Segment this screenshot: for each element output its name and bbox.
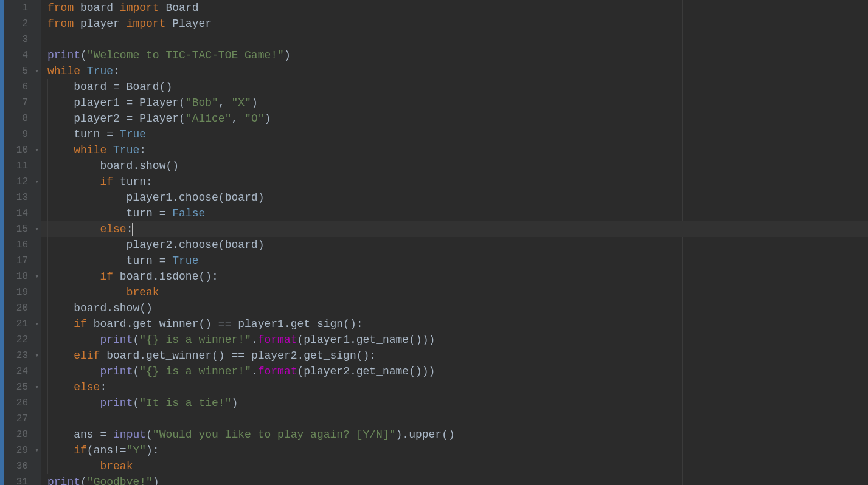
- line-number[interactable]: 30: [4, 458, 41, 474]
- indent-guide: [47, 300, 48, 316]
- line-number[interactable]: 1: [4, 0, 41, 16]
- code-token: else: [74, 381, 100, 393]
- code-token: True: [172, 255, 198, 267]
- code-line[interactable]: player2.choose(board): [41, 237, 868, 253]
- line-number[interactable]: 5: [4, 63, 41, 79]
- code-token: ,: [218, 97, 232, 109]
- line-number[interactable]: 17: [4, 253, 41, 269]
- line-number[interactable]: 27: [4, 411, 41, 427]
- line-number[interactable]: 29: [4, 442, 41, 458]
- code-token: "O": [245, 112, 264, 125]
- code-line[interactable]: while True:: [41, 142, 868, 158]
- code-line[interactable]: break: [41, 284, 868, 300]
- indent-guide: [47, 142, 48, 158]
- line-number[interactable]: 24: [4, 363, 41, 379]
- indent-guide: [47, 111, 48, 126]
- indent-guide: [47, 190, 48, 205]
- line-number[interactable]: 9: [4, 126, 41, 142]
- line-number[interactable]: 18: [4, 269, 41, 284]
- code-line[interactable]: print("It is a tie!"): [41, 395, 868, 411]
- line-number[interactable]: 6: [4, 79, 41, 95]
- code-line[interactable]: turn = False: [41, 205, 868, 221]
- line-number[interactable]: 7: [4, 95, 41, 111]
- code-line[interactable]: print("{} is a winner!".format(player1.g…: [41, 332, 868, 348]
- indent-guide: [77, 332, 77, 348]
- code-line[interactable]: player2 = Player("Alice", "O"): [41, 111, 868, 126]
- code-token: player2 = Player(: [47, 112, 186, 125]
- code-line[interactable]: if board.get_winner() == player1.get_sig…: [41, 316, 868, 332]
- code-token: board.show(): [47, 302, 153, 314]
- code-token: ans =: [47, 428, 113, 441]
- code-token: if: [100, 270, 113, 283]
- line-number[interactable]: 8: [4, 111, 41, 126]
- line-number[interactable]: 2: [4, 16, 41, 32]
- code-line[interactable]: [41, 32, 868, 47]
- code-line[interactable]: board = Board(): [41, 79, 868, 95]
- code-token: [47, 223, 100, 235]
- line-number[interactable]: 25: [4, 379, 41, 395]
- code-line[interactable]: print("Goodbye!"): [41, 474, 868, 485]
- code-token: [80, 65, 87, 77]
- line-number[interactable]: 13: [4, 190, 41, 205]
- code-token: [47, 318, 74, 330]
- code-line[interactable]: elif board.get_winner() == player2.get_s…: [41, 348, 868, 363]
- line-number[interactable]: 20: [4, 300, 41, 316]
- gutter[interactable]: 1234567891011121314151617181920212223242…: [4, 0, 41, 485]
- code-token: ): [264, 112, 271, 125]
- code-token: break: [100, 460, 133, 472]
- line-number[interactable]: 28: [4, 427, 41, 442]
- line-number[interactable]: 22: [4, 332, 41, 348]
- code-token: .: [251, 365, 258, 377]
- code-token: [47, 365, 100, 377]
- code-token: Player: [165, 18, 212, 30]
- code-token: [47, 397, 100, 409]
- code-line[interactable]: board.show(): [41, 158, 868, 174]
- line-number[interactable]: 3: [4, 32, 41, 47]
- indent-guide: [47, 427, 48, 442]
- code-token: "Bob": [186, 97, 218, 109]
- code-line[interactable]: player1 = Player("Bob", "X"): [41, 95, 868, 111]
- indent-guide: [47, 379, 48, 395]
- code-line[interactable]: print("{} is a winner!".format(player2.g…: [41, 363, 868, 379]
- code-line[interactable]: if turn:: [41, 174, 868, 190]
- indent-guide: [47, 316, 48, 332]
- code-area[interactable]: from board import Boardfrom player impor…: [41, 0, 868, 485]
- code-token: "Y": [127, 444, 146, 456]
- line-number[interactable]: 14: [4, 205, 41, 221]
- line-number[interactable]: 23: [4, 348, 41, 363]
- line-number[interactable]: 12: [4, 174, 41, 190]
- indent-guide: [77, 284, 77, 300]
- code-line[interactable]: while True:: [41, 63, 868, 79]
- code-line[interactable]: if board.isdone():: [41, 269, 868, 284]
- code-token: [47, 176, 100, 188]
- code-line[interactable]: turn = True: [41, 253, 868, 269]
- code-token: ): [284, 49, 291, 61]
- line-number[interactable]: 11: [4, 158, 41, 174]
- code-token: True: [113, 144, 139, 156]
- line-number[interactable]: 16: [4, 237, 41, 253]
- code-token: print: [47, 476, 80, 485]
- code-line[interactable]: else:: [41, 379, 868, 395]
- line-number[interactable]: 26: [4, 395, 41, 411]
- code-line[interactable]: else:: [41, 221, 868, 237]
- line-number[interactable]: 15: [4, 221, 41, 237]
- code-line[interactable]: if(ans!="Y"):: [41, 442, 868, 458]
- line-number[interactable]: 10: [4, 142, 41, 158]
- line-number[interactable]: 21: [4, 316, 41, 332]
- code-line[interactable]: player1.choose(board): [41, 190, 868, 205]
- line-number[interactable]: 19: [4, 284, 41, 300]
- code-line[interactable]: from board import Board: [41, 0, 868, 16]
- line-number[interactable]: 4: [4, 47, 41, 63]
- code-line[interactable]: ans = input("Would you like to play agai…: [41, 427, 868, 442]
- code-line[interactable]: board.show(): [41, 300, 868, 316]
- code-line[interactable]: turn = True: [41, 126, 868, 142]
- code-line[interactable]: [41, 411, 868, 427]
- code-line[interactable]: break: [41, 458, 868, 474]
- editor-container: 1234567891011121314151617181920212223242…: [4, 0, 868, 485]
- line-number[interactable]: 31: [4, 474, 41, 485]
- code-line[interactable]: print("Welcome to TIC-TAC-TOE Game!"): [41, 47, 868, 63]
- code-token: format: [258, 334, 297, 346]
- code-token: board.get_winner() == player1.get_sign()…: [87, 318, 363, 330]
- code-token: print: [100, 365, 133, 377]
- code-line[interactable]: from player import Player: [41, 16, 868, 32]
